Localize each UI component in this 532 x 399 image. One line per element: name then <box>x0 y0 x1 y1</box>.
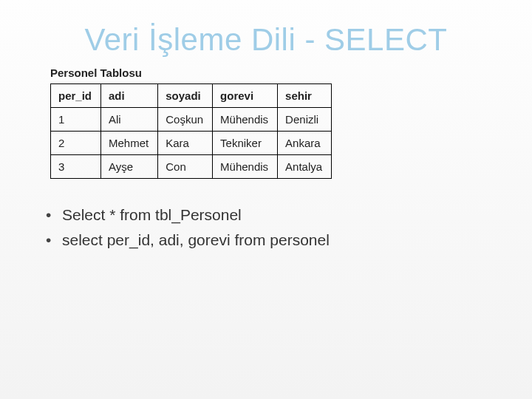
slide: Veri İşleme Dili - SELECT Personel Tablo… <box>0 0 532 399</box>
cell: Tekniker <box>213 132 278 155</box>
cell: Kara <box>158 132 213 155</box>
query-list: Select * from tbl_Personel select per_id… <box>46 205 495 251</box>
cell: Ayşe <box>101 155 158 179</box>
table-header-row: per_id adi soyadi gorevi sehir <box>51 84 332 108</box>
cell: 3 <box>51 155 101 179</box>
col-adi: adi <box>101 84 158 108</box>
cell: Coşkun <box>158 108 213 132</box>
cell: Ali <box>101 108 158 132</box>
cell: Mehmet <box>101 132 158 155</box>
cell: Mühendis <box>213 108 278 132</box>
cell: Mühendis <box>213 155 278 179</box>
table-label: Personel Tablosu <box>50 66 495 79</box>
col-per-id: per_id <box>51 84 101 108</box>
cell: Denizli <box>278 108 332 132</box>
query-item: Select * from tbl_Personel <box>46 205 495 225</box>
cell: 2 <box>51 132 101 155</box>
cell: Antalya <box>278 155 332 179</box>
col-soyadi: soyadi <box>158 84 213 108</box>
slide-title: Veri İşleme Dili - SELECT <box>37 22 495 58</box>
table-row: 3 Ayşe Con Mühendis Antalya <box>51 155 332 179</box>
table-row: 1 Ali Coşkun Mühendis Denizli <box>51 108 332 132</box>
cell: Ankara <box>278 132 332 155</box>
col-gorevi: gorevi <box>213 84 278 108</box>
cell: 1 <box>51 108 101 132</box>
col-sehir: sehir <box>278 84 332 108</box>
cell: Con <box>158 155 213 179</box>
personel-table: per_id adi soyadi gorevi sehir 1 Ali Coş… <box>50 83 332 179</box>
table-row: 2 Mehmet Kara Tekniker Ankara <box>51 132 332 155</box>
query-item: select per_id, adi, gorevi from personel <box>46 230 495 250</box>
